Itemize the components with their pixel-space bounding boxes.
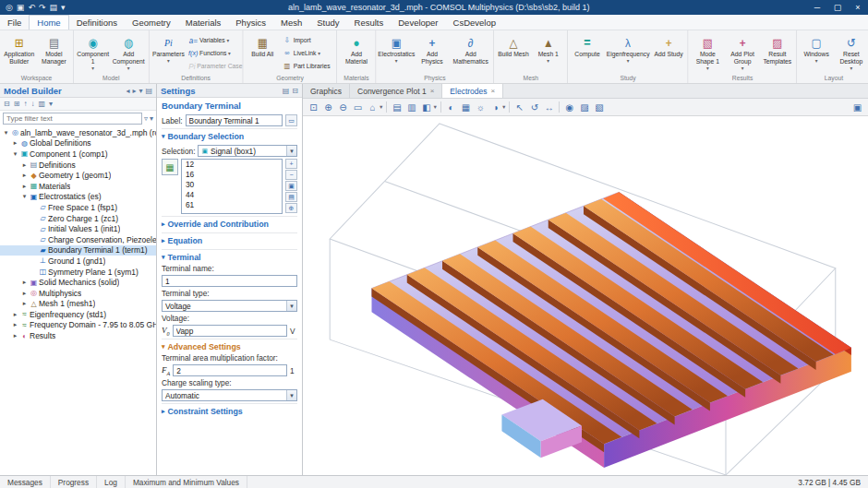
section-advanced-settings[interactable]: ▾ Advanced Settings — [162, 339, 297, 353]
terminal-type-dropdown[interactable]: Voltage ▼ — [162, 300, 297, 312]
tree-item-global-definitions[interactable]: ▸Global Definitions — [0, 138, 156, 149]
tree-item-free-space-1-fsp1[interactable]: Free Space 1 (fsp1) — [0, 202, 156, 213]
section-boundary-selection[interactable]: ▾ Boundary Selection — [162, 128, 297, 143]
settings-menu-icon[interactable]: ▤ — [283, 87, 290, 95]
menu-item-study[interactable]: Study — [309, 15, 346, 30]
ribbon-button-mode-shape-1[interactable]: Mode Shape 1▾ — [691, 32, 724, 73]
selection-dropdown[interactable]: ▣ Signal (box1) ▼ — [198, 145, 297, 157]
charge-scaling-dropdown[interactable]: Automatic ▼ — [162, 389, 297, 401]
rotate-icon[interactable]: ↺ — [527, 101, 541, 114]
wireframe-rendering-icon[interactable]: ▦ — [459, 101, 473, 114]
menu-item-csdevelop[interactable]: CsDevelop — [446, 15, 503, 30]
ribbon-button-part-libraries[interactable]: Part Libraries — [281, 60, 334, 72]
tree-item-frequency-domain-7-95-to-8-05-ghz-std2[interactable]: ▸Frequency Domain - 7.95 to 8.05 GHz (st… — [0, 320, 156, 331]
ribbon-button-windows[interactable]: Windows▾ — [800, 32, 833, 73]
transparency-icon[interactable]: ◐ — [444, 101, 458, 114]
close-tab-icon[interactable]: × — [430, 87, 435, 95]
menu-item-home[interactable]: Home — [29, 15, 68, 30]
ribbon-button-functions[interactable]: Functions▾ — [187, 47, 241, 59]
tree-item-aln-lamb-wave-resonator-3d-mph-root[interactable]: ▾aln_lamb_wave_resonator_3d_.mph (root) — [0, 127, 156, 138]
ribbon-button-add-plot-group[interactable]: Add Plot Group▾ — [726, 32, 759, 73]
tree-item-results[interactable]: ▸Results — [0, 330, 156, 341]
label-rename-icon[interactable]: ▭ — [285, 114, 297, 126]
selection-entity-list[interactable]: 1216304461 — [181, 159, 283, 214]
panel-menu-icon[interactable]: ▤ — [145, 87, 152, 95]
expand-arrow-icon[interactable]: ▸ — [20, 172, 29, 179]
expand-arrow-icon[interactable]: ▸ — [20, 279, 29, 286]
tree-item-electrostatics-es[interactable]: ▾Electrostatics (es) — [0, 192, 156, 203]
tab-electrodes[interactable]: Electrodes× — [442, 84, 503, 98]
move-down-icon[interactable]: ↓ — [30, 100, 34, 108]
zoom-to-selection-icon[interactable]: ⊕ — [285, 203, 297, 213]
selection-entity[interactable]: 12 — [182, 160, 282, 170]
select-icon[interactable]: ↖ — [512, 101, 526, 114]
ribbon-button-electrostatics[interactable]: Electrostatics▾ — [379, 32, 414, 73]
expand-arrow-icon[interactable]: ▸ — [20, 290, 29, 297]
filter-funnel-icon[interactable]: ▿ — [144, 114, 148, 123]
tree-item-eigenfrequency-std1[interactable]: ▸Eigenfrequency (std1) — [0, 309, 156, 320]
comsol-logo[interactable]: ◎ — [6, 0, 13, 15]
tree-item-ground-1-gnd1[interactable]: Ground 1 (gnd1) — [0, 256, 156, 267]
scene-light-icon[interactable]: ☼ — [474, 101, 488, 114]
ribbon-button-build-all[interactable]: Build All — [246, 32, 279, 73]
ribbon-button-add-mathematics[interactable]: Add Mathematics — [451, 32, 491, 73]
view-xy-plane-icon[interactable]: ▤ — [390, 101, 404, 114]
menu-item-definitions[interactable]: Definitions — [69, 15, 125, 30]
ribbon-button-reset-desktop[interactable]: Reset Desktop▾ — [835, 32, 868, 73]
zoom-extents-icon[interactable]: ⊡ — [307, 101, 320, 114]
minimize-button[interactable]: ─ — [807, 0, 827, 15]
ribbon-button-add-study[interactable]: Add Study — [652, 32, 685, 73]
collapse-all-icon[interactable]: ⊟ — [4, 100, 10, 108]
menu-item-materials[interactable]: Materials — [178, 15, 229, 30]
tree-item-charge-conservation-piezoelectric-1-ccn1[interactable]: Charge Conservation, Piezoelectric 1 (cc… — [0, 234, 156, 245]
zoom-out-icon[interactable]: ⊖ — [336, 101, 350, 114]
tree-item-component-1-comp1[interactable]: ▾Component 1 (comp1) — [0, 149, 156, 160]
save-icon[interactable]: ▣ — [17, 0, 25, 15]
tree-item-multiphysics[interactable]: ▸Multiphysics — [0, 288, 156, 299]
filter-input[interactable] — [3, 113, 142, 125]
view-yz-plane-icon[interactable]: ▥ — [404, 101, 418, 114]
ribbon-button-add-physics[interactable]: Add Physics — [416, 32, 449, 73]
tab-graphics[interactable]: Graphics — [303, 84, 350, 98]
terminal-name-input[interactable] — [162, 275, 297, 287]
new-selection-icon[interactable]: + — [285, 159, 297, 169]
selection-entity[interactable]: 16 — [182, 170, 282, 180]
ribbon-button-eigenfrequency[interactable]: Eigenfrequency▾ — [606, 32, 651, 73]
ribbon-button-model-manager[interactable]: Model Manager — [37, 32, 70, 73]
ribbon-button-build-mesh[interactable]: Build Mesh — [497, 32, 530, 73]
collapse-sections-icon[interactable]: ⊟ — [292, 87, 298, 95]
zoom-box-icon[interactable]: ▭ — [351, 101, 365, 114]
ribbon-button-variables[interactable]: Variables▾ — [187, 34, 241, 46]
expand-arrow-icon[interactable]: ▸ — [20, 183, 29, 190]
view-zx-plane-icon[interactable]: ◧ — [419, 101, 433, 114]
voltage-input[interactable] — [173, 325, 288, 337]
status-tab-maximum-and-minimum-values[interactable]: Maximum and Minimum Values — [126, 476, 247, 488]
selection-entity[interactable]: 61 — [182, 200, 282, 210]
menu-item-mesh[interactable]: Mesh — [273, 15, 309, 30]
tree-item-symmetry-plane-1-sym1[interactable]: Symmetry Plane 1 (sym1) — [0, 267, 156, 278]
pan-icon[interactable]: ↔ — [542, 101, 556, 114]
tree-item-zero-charge-1-zc1[interactable]: Zero Charge 1 (zc1) — [0, 213, 156, 224]
section-terminal[interactable]: ▾ Terminal — [162, 249, 297, 264]
close-button[interactable]: × — [848, 0, 868, 15]
selection-entity[interactable]: 30 — [182, 180, 282, 190]
move-up-icon[interactable]: ↑ — [23, 100, 27, 108]
undo-icon[interactable]: ↶ — [28, 0, 35, 15]
go-to-default-view-icon[interactable]: ⌂ — [366, 101, 380, 114]
image-button-icon[interactable]: ▣ — [850, 101, 864, 114]
expand-arrow-icon[interactable]: ▸ — [11, 311, 19, 318]
graphics-canvas[interactable] — [303, 116, 868, 475]
ribbon-button-compute[interactable]: Compute — [571, 32, 604, 73]
ribbon-button-parameters[interactable]: Parameters▾ — [151, 32, 186, 73]
ribbon-button-component-1[interactable]: Component 1▾ — [77, 32, 110, 73]
menu-item-developer[interactable]: Developer — [391, 15, 445, 30]
expand-all-icon[interactable]: ⊞ — [14, 100, 20, 108]
menu-item-physics[interactable]: Physics — [228, 15, 273, 30]
ribbon-button-add-component[interactable]: Add Component▾ — [111, 32, 145, 73]
collapse-arrow-icon[interactable]: ▾ — [2, 129, 10, 137]
zoom-in-icon[interactable]: ⊕ — [321, 101, 335, 114]
ribbon-button-livelink[interactable]: LiveLink▾ — [281, 47, 334, 59]
section-equation[interactable]: ▸ Equation — [162, 232, 297, 247]
section-override[interactable]: ▸ Override and Contribution — [162, 216, 297, 231]
copy-selection-icon[interactable]: ▣ — [285, 181, 297, 191]
